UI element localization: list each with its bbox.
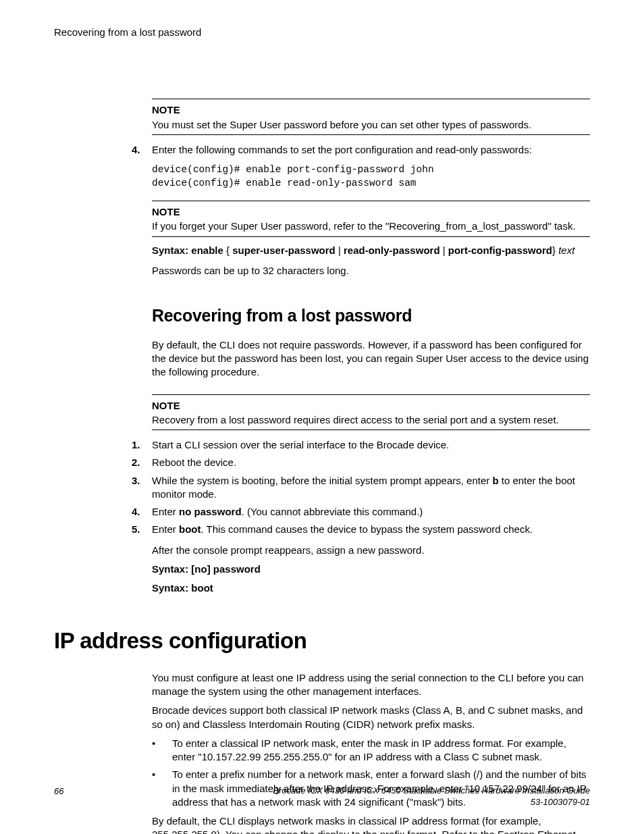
after-steps: After the console prompt reappears, assi… — [152, 544, 590, 557]
syntax-boot: Syntax: boot — [152, 581, 590, 595]
recover-steps: 1.Start a CLI session over the serial in… — [132, 438, 590, 537]
step-body: Reboot the device. — [152, 456, 590, 469]
code-block: device(config)# enable port-config-passw… — [152, 163, 590, 190]
step-list-continued: 4. Enter the following commands to set t… — [132, 143, 590, 157]
page-footer: 66 Brocade ICX 6430 and ICX 6450 Stackab… — [54, 785, 590, 808]
step-number: 2. — [132, 456, 152, 469]
step-body: While the system is booting, before the … — [152, 474, 590, 502]
list-item: 4.Enter no password. (You cannot abbrevi… — [132, 505, 590, 519]
note-label: NOTE — [152, 103, 590, 117]
note-rule-bottom — [152, 134, 590, 135]
running-header: Recovering from a lost password — [54, 26, 590, 39]
note-label: NOTE — [152, 205, 590, 219]
bullet-body: To enter a classical IP network mask, en… — [172, 737, 590, 764]
page: Recovering from a lost password NOTE You… — [0, 0, 644, 834]
note-rule-top — [152, 201, 590, 201]
syntax-no-password: Syntax: [no] password — [152, 563, 590, 576]
note-label: NOTE — [152, 399, 590, 413]
ip-paragraph-3: By default, the CLI displays network mas… — [152, 814, 590, 834]
step-number: 1. — [132, 438, 152, 452]
note-rule-bottom — [152, 236, 590, 237]
note-rule-top — [152, 99, 590, 99]
note-text: If you forget your Super User password, … — [152, 219, 590, 233]
note-text: Recovery from a lost password requires d… — [152, 413, 590, 427]
list-item: •To enter a classical IP network mask, e… — [152, 737, 590, 764]
list-item: 1.Start a CLI session over the serial in… — [132, 438, 590, 452]
footer-text: Brocade ICX 6430 and ICX 6450 Stackable … — [273, 785, 590, 808]
ip-paragraph-2: Brocade devices support both classical I… — [152, 704, 590, 731]
note-text: You must set the Super User password bef… — [152, 118, 590, 132]
list-item: 3.While the system is booting, before th… — [132, 474, 590, 502]
step-number: 4. — [132, 143, 152, 157]
list-item: 2.Reboot the device. — [132, 456, 590, 469]
password-length-note: Passwords can be up to 32 characters lon… — [152, 264, 590, 278]
heading-recovering: Recovering from a lost password — [152, 305, 590, 328]
step-body: Enter no password. (You cannot abbreviat… — [152, 505, 590, 519]
step-body: Enter the following commands to set the … — [152, 143, 590, 157]
recover-intro: By default, the CLI does not require pas… — [152, 338, 590, 380]
syntax-enable: Syntax: enable { super-user-password | r… — [152, 244, 590, 257]
syntax-keyword: Syntax: enable — [152, 244, 223, 256]
step-4: 4. Enter the following commands to set t… — [132, 143, 590, 157]
step-number: 3. — [132, 474, 152, 502]
content-column: NOTE You must set the Super User passwor… — [152, 99, 590, 834]
bullet-icon: • — [152, 737, 172, 764]
note-rule-bottom — [152, 429, 590, 430]
heading-ip-config: IP address configuration — [54, 626, 590, 656]
step-number: 5. — [132, 523, 152, 536]
ip-paragraph-1: You must configure at least one IP addre… — [152, 671, 590, 699]
page-number: 66 — [54, 785, 63, 798]
note-rule-top — [152, 394, 590, 395]
step-body: Start a CLI session over the serial inte… — [152, 438, 590, 452]
list-item: 5.Enter boot. This command causes the de… — [132, 523, 590, 536]
step-body: Enter boot. This command causes the devi… — [152, 523, 590, 536]
step-number: 4. — [132, 505, 152, 519]
